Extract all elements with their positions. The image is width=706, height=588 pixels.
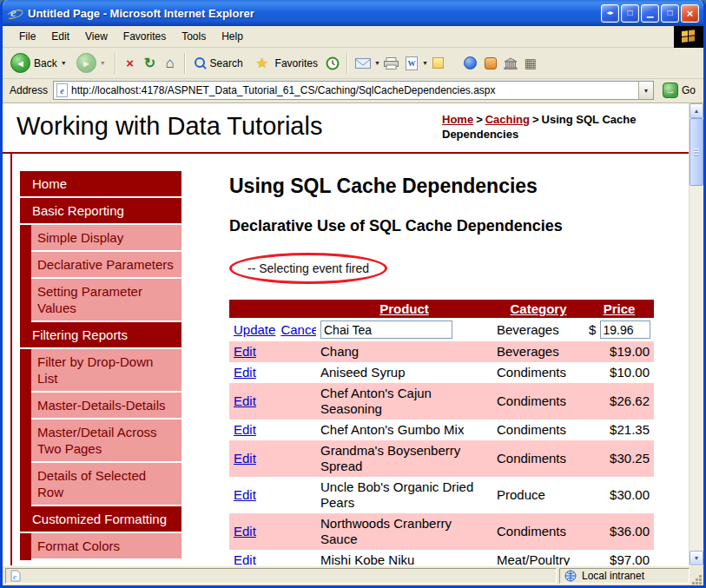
menu-favorites[interactable]: Favorites <box>115 27 174 46</box>
titlebar[interactable]: e Untitled Page - Microsoft Internet Exp… <box>3 0 703 26</box>
page-body: Home Basic Reporting Simple Display Decl… <box>3 154 689 565</box>
category-cell: Beverages <box>492 341 584 362</box>
sidebar-item-details-of-selected-row[interactable]: Details of Selected Row <box>31 463 181 506</box>
research-icon <box>485 57 497 69</box>
selecting-event-label: -- Selecting event fired <box>229 253 387 284</box>
menu-view[interactable]: View <box>77 27 115 46</box>
product-cell: Chang <box>316 341 492 362</box>
price-cell: $19.00 <box>584 341 654 362</box>
menu-edit[interactable]: Edit <box>43 27 77 46</box>
product-cell: Chef Anton's Cajun Seasoning <box>316 383 492 420</box>
maximize-button[interactable]: □ <box>661 4 679 23</box>
back-dropdown-icon[interactable]: ▼ <box>61 60 67 66</box>
product-cell <box>316 318 492 341</box>
sidebar-item-master-details-details[interactable]: Master-Details-Details <box>31 393 181 420</box>
vertical-scrollbar[interactable]: ▲ ▼ <box>689 103 703 565</box>
discuss-button[interactable] <box>429 53 448 74</box>
edit-dropdown-icon[interactable]: ▼ <box>422 60 428 66</box>
action-cell: Edit <box>229 440 316 477</box>
address-dropdown-icon[interactable]: ▼ <box>638 82 653 99</box>
stop-button[interactable]: × <box>121 53 140 74</box>
price-cell: $26.62 <box>584 383 654 420</box>
edit-link[interactable]: Edit <box>234 524 256 538</box>
edit-link[interactable]: Edit <box>234 451 256 466</box>
update-link[interactable]: Update <box>234 322 275 337</box>
ie-window: e Untitled Page - Microsoft Internet Exp… <box>0 0 706 588</box>
go-button[interactable]: → Go <box>659 83 701 98</box>
menu-help[interactable]: Help <box>214 27 251 46</box>
resize-grip[interactable] <box>691 573 703 585</box>
svg-text:e: e <box>13 572 16 581</box>
currency-symbol: $ <box>589 322 596 337</box>
grid-row: Edit Grandma's Boysenberry Spread Condim… <box>229 440 654 477</box>
history-clock-icon <box>326 56 340 70</box>
breadcrumb-caching-link[interactable]: Caching <box>485 113 530 126</box>
sidebar-item-simple-display[interactable]: Simple Display <box>31 225 181 252</box>
scroll-down-button[interactable]: ▼ <box>690 551 703 565</box>
messenger-button[interactable] <box>461 53 480 74</box>
edit-link[interactable]: Edit <box>234 487 256 502</box>
sidebar-section-filtering-reports[interactable]: Filtering Reports <box>20 322 181 349</box>
sidebar-item-filter-by-dropdown-list[interactable]: Filter by Drop-Down List <box>31 349 181 393</box>
edit-link[interactable]: Edit <box>234 393 256 408</box>
sidebar-section-customized-formatting[interactable]: Customized Formatting <box>20 506 181 533</box>
sidebar-item-declarative-parameters[interactable]: Declarative Parameters <box>31 252 181 279</box>
forward-button[interactable]: ► ▼ <box>72 50 110 76</box>
favorites-button[interactable]: ★ Favorites <box>248 50 322 76</box>
cancel-link[interactable]: Cancel <box>280 322 316 337</box>
grid-row: Edit Northwoods Cranberry Sauce Condimen… <box>229 513 654 550</box>
edit-link[interactable]: Edit <box>234 365 256 380</box>
sort-by-price-link[interactable]: Price <box>604 301 636 316</box>
research-button[interactable] <box>481 53 500 74</box>
mail-dropdown-icon[interactable]: ▼ <box>374 60 380 66</box>
scrollbar-track[interactable] <box>690 118 703 551</box>
mail-button[interactable] <box>353 53 373 74</box>
product-header: Product <box>316 300 492 318</box>
sidebar-item-home[interactable]: Home <box>20 171 181 198</box>
menu-tools[interactable]: Tools <box>174 27 214 46</box>
sidebar-section-basic-reporting[interactable]: Basic Reporting <box>20 198 181 225</box>
building-icon <box>504 57 518 69</box>
breadcrumb-home-link[interactable]: Home <box>442 113 473 126</box>
minimize-button[interactable]: ▁ <box>641 4 659 23</box>
window-nav-button[interactable]: ◂▸ <box>601 4 619 23</box>
favorites-label: Favorites <box>275 57 318 69</box>
category-header: Category <box>492 300 584 318</box>
page-title: Using SQL Cache Dependencies <box>229 175 676 198</box>
scrollbar-thumb[interactable] <box>690 118 703 186</box>
window-restore-button[interactable]: □ <box>621 4 639 23</box>
sites-button[interactable] <box>501 53 520 74</box>
address-input[interactable] <box>71 84 638 96</box>
sidebar-item-master-detail-across-two-pages[interactable]: Master/Detail Across Two Pages <box>31 420 181 463</box>
edit-link[interactable]: Edit <box>234 422 256 437</box>
close-button[interactable]: × <box>681 4 699 23</box>
product-cell: Chef Anton's Gumbo Mix <box>316 420 492 440</box>
action-cell: Edit <box>229 362 316 383</box>
search-button[interactable]: Search <box>190 55 247 72</box>
tiles-button[interactable]: ▦ <box>521 53 540 74</box>
home-button[interactable]: ⌂ <box>161 53 180 74</box>
menu-file[interactable]: File <box>11 27 43 46</box>
price-input[interactable] <box>600 320 650 339</box>
price-cell: $97.00 <box>584 550 654 565</box>
browser-content: Working with Data Tutorials Home>Caching… <box>3 103 703 565</box>
print-button[interactable] <box>381 53 401 74</box>
sidebar-item-setting-parameter-values[interactable]: Setting Parameter Values <box>31 279 181 322</box>
forward-dropdown-icon[interactable]: ▼ <box>100 60 106 66</box>
back-button[interactable]: ◄ Back ▼ <box>6 50 71 76</box>
edit-with-word-button[interactable]: W <box>402 53 421 74</box>
sort-by-product-link[interactable]: Product <box>379 301 429 316</box>
product-name-input[interactable] <box>320 320 452 339</box>
refresh-button[interactable]: ↻ <box>141 53 160 74</box>
sidebar-item-format-colors[interactable]: Format Colors <box>31 533 181 560</box>
status-main-panel: e <box>5 568 557 584</box>
action-cell: Edit <box>229 477 316 513</box>
edit-link[interactable]: Edit <box>234 552 256 565</box>
edit-link[interactable]: Edit <box>234 344 256 359</box>
sort-by-category-link[interactable]: Category <box>510 301 566 316</box>
history-button[interactable] <box>323 53 342 74</box>
category-cell: Meat/Poultry <box>492 550 584 565</box>
grid-header-row: Product Category Price <box>229 300 654 318</box>
scroll-up-button[interactable]: ▲ <box>690 103 703 118</box>
address-box: e ▼ <box>53 81 654 100</box>
